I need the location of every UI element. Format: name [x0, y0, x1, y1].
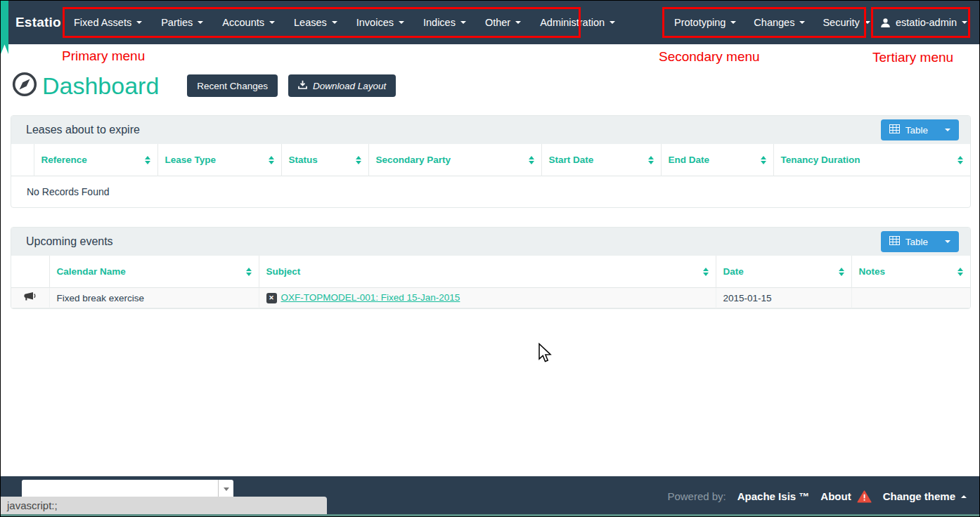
secondary-menu: Prototyping Changes Security — [674, 1, 870, 44]
compass-icon — [11, 71, 38, 100]
theme-ribbon — [1, 1, 8, 54]
event-calendar-name: Fixed break exercise — [49, 288, 259, 308]
sort-icon[interactable] — [703, 268, 709, 276]
leases-table-view-button[interactable]: Table — [881, 119, 959, 140]
chevron-down-icon — [945, 129, 950, 131]
column-calendar-name[interactable]: Calendar Name — [49, 256, 259, 288]
chevron-down-icon — [962, 21, 967, 24]
annotation-primary-menu-label: Primary menu — [62, 48, 145, 64]
status-bar: javascript:; — [1, 497, 327, 514]
column-start-date[interactable]: Start Date — [541, 144, 661, 176]
estatio-window: Estatio Fixed Assets Parties Accounts Le… — [0, 0, 980, 517]
leases-panel: Leases about to expire Table Reference L… — [11, 115, 971, 208]
row-icon-column — [11, 144, 34, 176]
chevron-down-icon — [136, 21, 142, 24]
x-icon: ✕ — [266, 293, 277, 303]
no-records-message: No Records Found — [11, 176, 970, 208]
download-layout-button[interactable]: Download Layout — [288, 74, 396, 97]
window-edge — [1, 514, 979, 516]
chevron-down-icon — [460, 21, 466, 24]
event-notes — [851, 288, 970, 308]
chevron-down-icon — [269, 21, 275, 24]
column-date[interactable]: Date — [716, 256, 851, 288]
chevron-down-icon — [730, 21, 736, 24]
leases-table-header-row: Reference Lease Type Status Secondary Pa… — [11, 144, 970, 176]
footer-combobox[interactable] — [22, 480, 233, 499]
menu-accounts[interactable]: Accounts — [222, 17, 275, 28]
menu-invoices[interactable]: Invoices — [356, 17, 404, 28]
events-table-view-button[interactable]: Table — [881, 231, 959, 252]
top-navbar: Estatio Fixed Assets Parties Accounts Le… — [1, 1, 979, 44]
user-menu[interactable]: estatio-admin — [880, 17, 967, 28]
page-title: Dashboard — [42, 72, 159, 100]
sort-icon[interactable] — [269, 156, 274, 164]
combobox-caret-icon[interactable] — [218, 480, 233, 499]
chevron-down-icon — [515, 21, 521, 24]
sort-icon[interactable] — [761, 156, 766, 164]
annotation-secondary-menu-label: Secondary menu — [659, 49, 760, 65]
menu-other[interactable]: Other — [485, 17, 521, 28]
menu-changes[interactable]: Changes — [754, 17, 805, 28]
sort-icon[interactable] — [246, 268, 252, 276]
column-status[interactable]: Status — [281, 144, 368, 176]
sort-icon[interactable] — [356, 156, 361, 164]
chevron-down-icon — [799, 21, 805, 24]
user-icon — [880, 18, 891, 28]
table-grid-icon — [889, 124, 900, 136]
menu-security[interactable]: Security — [823, 17, 870, 28]
chevron-down-icon — [865, 21, 870, 24]
chevron-down-icon — [945, 240, 950, 243]
chevron-down-icon — [198, 21, 203, 24]
leases-panel-header: Leases about to expire Table — [11, 116, 970, 144]
events-panel-header: Upcoming events Table — [11, 228, 970, 256]
primary-menu: Fixed Assets Parties Accounts Leases Inv… — [74, 1, 615, 44]
sort-icon[interactable] — [529, 156, 534, 164]
row-icon-column — [11, 256, 49, 288]
leases-panel-title: Leases about to expire — [26, 124, 881, 136]
event-subject-link[interactable]: OXF-TOPMODEL-001: Fixed 15-Jan-2015 — [281, 292, 460, 303]
page-header: Dashboard Recent Changes Download Layout — [11, 71, 396, 100]
event-subject-cell: ✕OXF-TOPMODEL-001: Fixed 15-Jan-2015 — [259, 288, 716, 308]
footer-links: Powered by: Apache Isis ™ About Change t… — [667, 476, 967, 516]
about-link[interactable]: About — [820, 490, 871, 503]
menu-administration[interactable]: Administration — [540, 17, 615, 28]
menu-prototyping[interactable]: Prototyping — [674, 17, 736, 28]
upcoming-events-panel: Upcoming events Table Calendar Name Subj… — [11, 227, 971, 309]
events-table-header-row: Calendar Name Subject Date Notes — [11, 256, 970, 288]
download-icon — [298, 80, 307, 91]
sort-icon[interactable] — [145, 156, 150, 164]
sort-icon[interactable] — [958, 156, 963, 164]
event-date: 2015-01-15 — [716, 288, 851, 308]
apache-isis-link[interactable]: Apache Isis ™ — [737, 490, 810, 502]
sort-icon[interactable] — [839, 268, 844, 276]
menu-indices[interactable]: Indices — [423, 17, 466, 28]
tertiary-menu: estatio-admin — [880, 1, 967, 44]
change-theme-link[interactable]: Change theme — [883, 490, 967, 502]
mouse-cursor — [537, 343, 555, 367]
chevron-down-icon — [610, 21, 615, 24]
table-grid-icon — [889, 236, 900, 247]
sort-icon[interactable] — [648, 156, 654, 164]
column-reference[interactable]: Reference — [34, 144, 157, 176]
column-subject[interactable]: Subject — [259, 256, 716, 288]
chevron-down-icon — [332, 21, 337, 24]
warning-icon — [857, 490, 872, 503]
chevron-up-icon — [961, 495, 967, 498]
column-secondary-party[interactable]: Secondary Party — [368, 144, 541, 176]
sort-icon[interactable] — [958, 268, 963, 276]
annotation-tertiary-menu-label: Tertiary menu — [872, 50, 953, 65]
brand-logo[interactable]: Estatio — [15, 1, 61, 44]
leases-table: Reference Lease Type Status Secondary Pa… — [11, 144, 970, 207]
menu-parties[interactable]: Parties — [161, 17, 203, 28]
column-end-date[interactable]: End Date — [661, 144, 773, 176]
recent-changes-button[interactable]: Recent Changes — [187, 74, 278, 97]
column-tenancy-duration[interactable]: Tenancy Duration — [773, 144, 970, 176]
events-panel-title: Upcoming events — [26, 235, 881, 248]
column-notes[interactable]: Notes — [851, 256, 970, 288]
bullhorn-icon — [24, 294, 37, 304]
event-row: Fixed break exercise ✕OXF-TOPMODEL-001: … — [11, 288, 970, 308]
powered-by-label: Powered by: — [667, 490, 726, 502]
menu-fixed-assets[interactable]: Fixed Assets — [74, 17, 142, 28]
column-lease-type[interactable]: Lease Type — [157, 144, 281, 176]
menu-leases[interactable]: Leases — [294, 17, 337, 28]
